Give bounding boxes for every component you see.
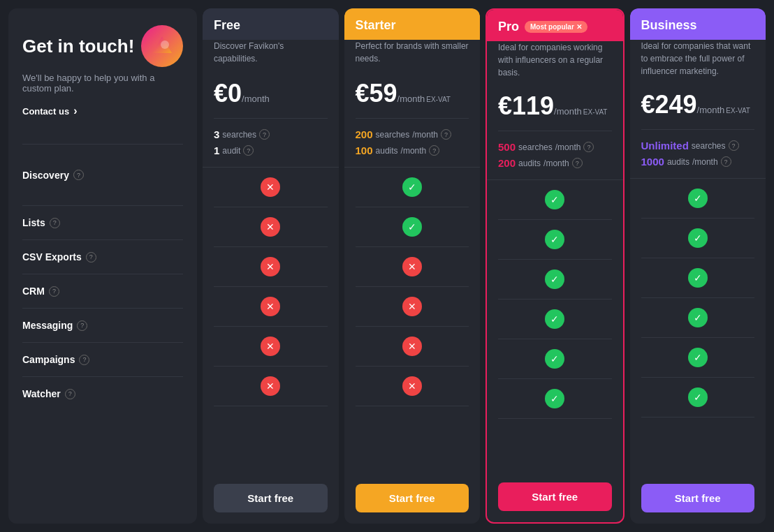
- pro-header-bar: Pro Most popular ✕: [487, 10, 623, 41]
- business-cta-wrapper: Start free: [630, 473, 766, 524]
- free-watcher-cross: ✕: [261, 376, 280, 396]
- business-audits-number: 1000: [641, 156, 664, 168]
- info-icon-business-searches[interactable]: ?: [729, 140, 739, 151]
- feature-label-watcher: Watcher: [22, 388, 61, 399]
- business-desc: Ideal for companies that want to embrace…: [630, 40, 766, 84]
- starter-watcher-row: ✕: [356, 367, 469, 406]
- business-messaging-check: ✓: [688, 308, 708, 327]
- sidebar-feature-crm: CRM ?: [22, 274, 183, 309]
- business-watcher-check: ✓: [688, 387, 708, 407]
- pro-audits-stat: 200 audits /month ?: [498, 157, 612, 169]
- info-icon-lists[interactable]: ?: [50, 218, 60, 228]
- plan-name-business: Business: [641, 18, 697, 32]
- starter-csv-row: ✓: [356, 207, 469, 247]
- pro-audits-unit: audits: [518, 158, 541, 168]
- pro-searches-number: 500: [498, 141, 516, 153]
- free-cta-button[interactable]: Start free: [214, 484, 328, 512]
- plan-business: Business Ideal for companies that want t…: [630, 8, 766, 524]
- free-campaigns-row: ✕: [214, 327, 328, 367]
- info-icon-crm[interactable]: ?: [49, 286, 59, 297]
- pro-messaging-check: ✓: [545, 309, 564, 329]
- business-searches-stat: Unlimited searches ?: [641, 140, 755, 152]
- pro-cta-wrapper: Start free: [487, 471, 623, 522]
- sidebar-header: Get in touch! We'll be happy to: [22, 25, 183, 117]
- pro-audits-number: 200: [498, 157, 516, 169]
- starter-lists-check: ✓: [402, 177, 422, 197]
- plan-pro: Pro Most popular ✕ Ideal for companies w…: [485, 8, 625, 524]
- starter-audits-unit: audits: [376, 146, 398, 156]
- business-discovery-row: Unlimited searches ? 1000 audits /month …: [630, 130, 766, 179]
- starter-cta-button[interactable]: Start free: [356, 484, 469, 512]
- business-audits-stat: 1000 audits /month ?: [641, 156, 755, 168]
- info-icon-free-audits[interactable]: ?: [243, 145, 254, 156]
- sidebar: Get in touch! We'll be happy to: [8, 8, 197, 524]
- pro-watcher-row: ✓: [498, 379, 612, 419]
- info-icon-starter-searches[interactable]: ?: [441, 129, 451, 140]
- sidebar-feature-campaigns: Campaigns ?: [22, 343, 183, 377]
- plan-name-free: Free: [214, 18, 240, 32]
- business-watcher-row: ✓: [641, 378, 755, 418]
- pro-desc: Ideal for companies working with influen…: [487, 41, 623, 86]
- business-searches-unit: searches: [692, 141, 726, 151]
- pro-lists-row: ✓: [498, 180, 612, 220]
- sidebar-title: Get in touch!: [22, 36, 134, 57]
- business-exvat: EX-VAT: [726, 107, 750, 114]
- info-icon-starter-audits[interactable]: ?: [429, 145, 439, 156]
- business-lists-row: ✓: [641, 179, 755, 219]
- sidebar-features: Discovery ? Lists ? CSV Exports ? CRM ? …: [22, 157, 183, 411]
- info-icon-messaging[interactable]: ?: [77, 320, 87, 331]
- business-messaging-row: ✓: [641, 298, 755, 338]
- free-audits-stat: 1 audit ?: [214, 145, 328, 156]
- business-crm-check: ✓: [688, 268, 708, 288]
- popular-close-icon: ✕: [576, 23, 582, 31]
- free-price-row: €0 /month: [203, 73, 339, 118]
- pro-audits-suffix: /month: [543, 158, 569, 168]
- logo-icon: [141, 25, 183, 67]
- free-price-month: /month: [242, 94, 270, 104]
- free-messaging-cross: ✕: [261, 297, 280, 316]
- plan-starter: Starter Perfect for brands with smaller …: [344, 8, 481, 524]
- pro-csv-check: ✓: [545, 230, 564, 249]
- info-icon-free-searches[interactable]: ?: [259, 129, 270, 140]
- sidebar-top-divider: [22, 144, 183, 145]
- free-messaging-row: ✕: [214, 287, 328, 327]
- free-crm-row: ✕: [214, 247, 328, 287]
- info-icon-csv[interactable]: ?: [86, 252, 96, 263]
- starter-exvat: EX-VAT: [426, 96, 451, 103]
- info-icon-campaigns[interactable]: ?: [79, 355, 89, 365]
- business-campaigns-row: ✓: [641, 338, 755, 378]
- page-wrapper: Get in touch! We'll be happy to: [0, 0, 774, 532]
- starter-discovery-row: 200 searches /month ? 100 audits /month …: [344, 119, 481, 168]
- pro-searches-stat: 500 searches /month ?: [498, 141, 612, 153]
- business-price-row: €249 /month EX-VAT: [630, 84, 766, 129]
- contact-link[interactable]: Contact us ›: [22, 105, 183, 117]
- pro-campaigns-row: ✓: [498, 339, 612, 379]
- business-lists-check: ✓: [688, 189, 708, 208]
- free-audits-unit: audit: [222, 146, 240, 156]
- starter-audits-suffix: /month: [401, 146, 427, 156]
- feature-label-csv: CSV Exports: [22, 251, 82, 263]
- business-header-bar: Business: [630, 8, 766, 40]
- free-watcher-row: ✕: [214, 367, 328, 406]
- info-icon-watcher[interactable]: ?: [65, 389, 75, 399]
- pro-messaging-row: ✓: [498, 300, 612, 339]
- feature-label-crm: CRM: [22, 286, 45, 297]
- business-csv-row: ✓: [641, 219, 755, 258]
- info-icon-discovery[interactable]: ?: [73, 170, 84, 180]
- plan-name-starter: Starter: [356, 18, 396, 32]
- starter-price-month: /month: [397, 94, 425, 104]
- business-cta-button[interactable]: Start free: [641, 484, 755, 512]
- free-header-bar: Free: [203, 8, 339, 40]
- plans-wrapper: Free Discover Favikon's capabilities. €0…: [203, 8, 766, 524]
- pro-cta-button[interactable]: Start free: [498, 482, 612, 511]
- starter-searches-unit: searches: [376, 130, 410, 140]
- sidebar-feature-messaging: Messaging ?: [22, 309, 183, 343]
- info-icon-pro-audits[interactable]: ?: [572, 158, 583, 168]
- info-icon-business-audits[interactable]: ?: [721, 156, 731, 167]
- starter-crm-cross: ✕: [402, 257, 422, 276]
- plan-name-pro-row: Pro Most popular ✕: [498, 20, 612, 34]
- starter-csv-check: ✓: [402, 217, 422, 237]
- business-campaigns-check: ✓: [688, 348, 708, 367]
- info-icon-pro-searches[interactable]: ?: [583, 142, 594, 152]
- free-crm-cross: ✕: [261, 257, 280, 276]
